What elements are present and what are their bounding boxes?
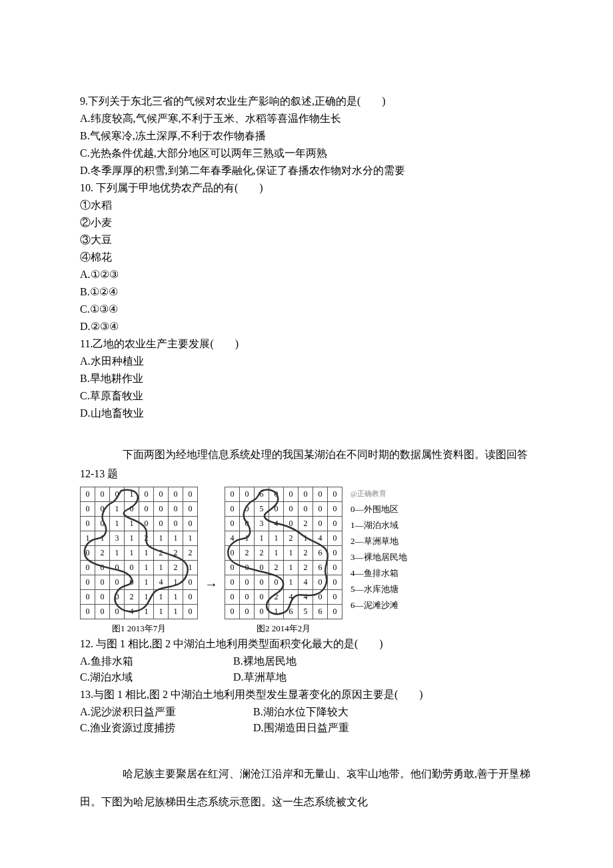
- grid-cell: 0: [125, 560, 139, 575]
- grid-cell: 0: [269, 575, 284, 589]
- q10-option-c: C.①③④: [80, 301, 533, 317]
- question-10: 10. 下列属于甲地优势农产品的有( ) ①水稻 ②小麦 ③大豆 ④棉花 A.①…: [80, 180, 533, 335]
- grid-cell: 0: [313, 501, 328, 516]
- grid-cell: 0: [284, 516, 299, 531]
- q9-option-a: A.纬度较高,气候严寒,不利于玉米、水稻等喜温作物生长: [80, 111, 533, 127]
- intro-14-text: 哈尼族主要聚居在红河、澜沧江沿岸和无量山、哀牢山地带。他们勤劳勇敢,善于开垦梯田…: [80, 768, 530, 807]
- grid-cell: 1: [255, 531, 269, 545]
- grid-cell: 0: [240, 604, 255, 619]
- grid-cell: 0: [313, 516, 328, 531]
- legend-0: 0—外围地区: [350, 501, 407, 517]
- grid-cell: 2: [125, 589, 139, 604]
- grid-cell: 0: [328, 516, 342, 531]
- grid-cell: 0: [269, 501, 284, 516]
- grid-cell: 0: [225, 604, 240, 619]
- grid-cell: 0: [255, 604, 269, 619]
- grid-cell: 5: [255, 501, 269, 516]
- q13-option-c: C.渔业资源过度捕捞: [80, 720, 253, 736]
- grid-cell: 2: [299, 516, 313, 531]
- q13-option-a: A.泥沙淤积日益严重: [80, 704, 253, 720]
- grid-cell: 6: [284, 604, 299, 619]
- grid-cell: 1: [110, 501, 125, 516]
- grid-cell: 1: [110, 516, 125, 531]
- grid-cell: 0: [225, 516, 240, 531]
- grid-cell: 0: [313, 575, 328, 589]
- question-9: 9.下列关于东北三省的气候对农业生产影响的叙述,正确的是( ) A.纬度较高,气…: [80, 93, 533, 179]
- grid-cell: 0: [169, 516, 183, 531]
- grid-cell: 0: [225, 560, 240, 575]
- watermark-text: @正确教育: [350, 487, 407, 500]
- grid-cell: 0: [240, 516, 255, 531]
- grid-cell: 1: [284, 545, 299, 560]
- grid-cell: 0: [269, 487, 284, 501]
- grid-cell: 0: [183, 516, 198, 531]
- grid-cell: 4: [313, 531, 328, 545]
- grid-cell: 0: [328, 531, 342, 545]
- grid-cell: 0: [95, 501, 110, 516]
- grid-cell: 0: [139, 487, 154, 501]
- grid-cell: 1: [154, 531, 169, 545]
- grid-cell: 0: [154, 487, 169, 501]
- grid-cell: 0: [81, 545, 95, 560]
- q10-option-a: A.①②③: [80, 267, 533, 283]
- q12-option-a: A.鱼排水箱: [80, 653, 233, 669]
- grid-cell: 6: [255, 487, 269, 501]
- grid-cell: 1: [125, 531, 139, 545]
- intro-14: 哈尼族主要聚居在红河、澜沧江沿岸和无量山、哀牢山地带。他们勤劳勇敢,善于开垦梯田…: [80, 760, 533, 815]
- grid-cell: 1: [139, 560, 154, 575]
- grid-cell: 0: [225, 575, 240, 589]
- grid-cell: 0: [328, 545, 342, 560]
- grid-cell: 4: [284, 589, 299, 604]
- grid-cell: 0: [183, 487, 198, 501]
- legend-6: 6—泥滩沙滩: [350, 597, 407, 613]
- grid-cell: 0: [95, 560, 110, 575]
- q11-option-c: C.草原畜牧业: [80, 388, 533, 404]
- grid-cell: 0: [125, 575, 139, 589]
- grid-cell: 4: [269, 516, 284, 531]
- q10-item-2: ②小麦: [80, 215, 533, 231]
- q12-option-c: C.湖泊水域: [80, 669, 233, 685]
- grid-cell: 0: [95, 604, 110, 619]
- figure-legend: @正确教育 0—外围地区 1—湖泊水域 2—草洲草地 3—裸地居民地 4—鱼排水…: [350, 487, 407, 614]
- legend-3: 3—裸地居民地: [350, 549, 407, 565]
- grid-cell: 0: [328, 501, 342, 516]
- figure-arrow-icon: →: [202, 574, 221, 594]
- grid-cell: 0: [225, 501, 240, 516]
- grid-cell: 1: [139, 545, 154, 560]
- grid-cell: 0: [139, 516, 154, 531]
- grid-cell: 2: [169, 560, 183, 575]
- q11-stem: 11.乙地的农业生产主要发展( ): [80, 336, 533, 352]
- q9-option-d: D.冬季厚厚的积雪,到第二年春季融化,保证了春播农作物对水分的需要: [80, 163, 533, 179]
- gis-figure: 0001000000100000001100001131211102111222…: [80, 487, 533, 635]
- question-13: 13.与图 1 相比,图 2 中湖泊土地利用类型发生显著变化的原因主要是( ) …: [80, 687, 533, 736]
- grid-cell: 0: [240, 487, 255, 501]
- q11-option-a: A.水田种植业: [80, 353, 533, 369]
- grid-cell: 0: [328, 487, 342, 501]
- grid-cell: 0: [110, 560, 125, 575]
- grid-cell: 0: [95, 516, 110, 531]
- grid-cell: 1: [139, 575, 154, 589]
- grid-cell: 0: [81, 516, 95, 531]
- figure-2-col: 0060000000500000003402004111214002211260…: [225, 487, 342, 635]
- figure-1-col: 0001000000100000001100001131211102111222…: [80, 487, 198, 635]
- grid-cell: 0: [183, 604, 198, 619]
- grid-cell: 2: [95, 545, 110, 560]
- grid-cell: 0: [154, 501, 169, 516]
- grid-cell: 3: [255, 516, 269, 531]
- grid-cell: 2: [183, 545, 198, 560]
- grid-cell: 1: [240, 531, 255, 545]
- legend-2: 2—草洲草地: [350, 533, 407, 549]
- grid-cell: 3: [110, 531, 125, 545]
- q12-stem: 12. 与图 1 相比,图 2 中湖泊土地利用类型面积变化最大的是( ): [80, 636, 533, 652]
- grid-cell: 1: [110, 545, 125, 560]
- q9-option-b: B.气候寒冷,冻土深厚,不利于农作物春播: [80, 128, 533, 144]
- grid-cell: 0: [81, 487, 95, 501]
- grid-cell: 2: [154, 545, 169, 560]
- q10-option-b: B.①②④: [80, 284, 533, 300]
- question-12: 12. 与图 1 相比,图 2 中湖泊土地利用类型面积变化最大的是( ) A.鱼…: [80, 636, 533, 685]
- grid-cell: 0: [284, 487, 299, 501]
- question-11: 11.乙地的农业生产主要发展( ) A.水田种植业 B.旱地耕作业 C.草原畜牧…: [80, 336, 533, 421]
- grid-cell: 1: [154, 560, 169, 575]
- grid-cell: 1: [183, 560, 198, 575]
- grid-cell: 2: [169, 545, 183, 560]
